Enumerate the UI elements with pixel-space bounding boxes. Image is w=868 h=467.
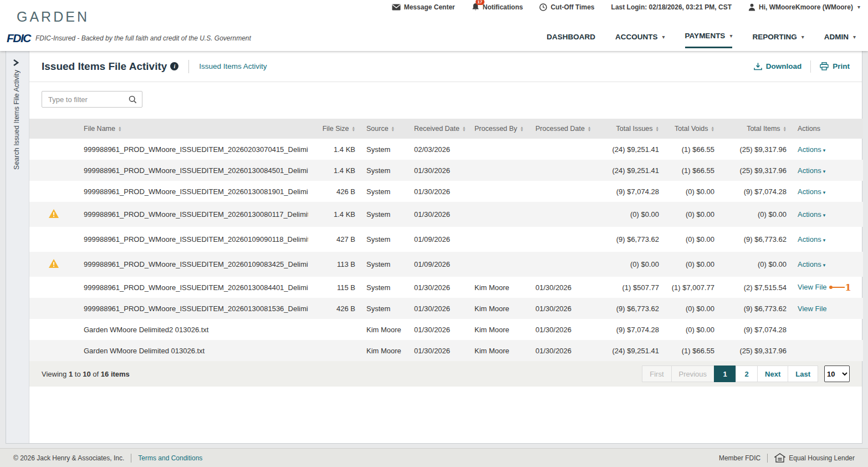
table-row: 999988961_PROD_WMoore_ISSUEDITEM_2026013… [29, 181, 863, 202]
sort-icon[interactable]: ▲▼ [711, 126, 714, 132]
nav-accounts[interactable]: ACCOUNTS ▾ [615, 32, 665, 48]
main-panel: Issued Items File Activity i Issued Item… [29, 51, 862, 443]
expand-panel-chevron-icon[interactable] [12, 59, 19, 67]
row-actions-menu[interactable]: Actions▾ [798, 260, 825, 268]
sort-icon[interactable]: ▲▼ [352, 126, 355, 132]
notifications-link[interactable]: 17 Notifications [472, 3, 523, 11]
divider [188, 60, 189, 73]
column-header-total-voids[interactable]: Total Voids▲▼ [665, 119, 720, 139]
sort-icon[interactable]: ▲▼ [588, 126, 591, 132]
warning-cell [29, 252, 78, 277]
total-issues-cell: (24) $9,251.41 [595, 340, 665, 361]
clock-icon [539, 3, 547, 11]
processed-by-cell: Kim Moore [469, 319, 530, 340]
last-page-button[interactable]: Last [788, 366, 818, 382]
column-header-received-date[interactable]: Received Date▲▼ [409, 119, 469, 139]
sort-icon[interactable]: ▲▼ [783, 126, 787, 132]
processed-by-cell: Kim Moore [469, 277, 530, 298]
page-size-select[interactable]: 10 [824, 366, 850, 382]
processed-by-cell [469, 160, 530, 181]
first-page-button[interactable]: First [642, 366, 671, 382]
column-header-processed-date[interactable]: Processed Date▲▼ [530, 119, 595, 139]
sort-icon[interactable]: ▲▼ [118, 126, 121, 132]
viewing-summary: Viewing 1 to 10 of 16 items [42, 370, 130, 378]
received-date-cell: 01/30/2026 [409, 319, 469, 340]
row-actions-menu[interactable]: Actions▾ [798, 187, 825, 196]
file-size-cell [308, 340, 361, 361]
view-file-link[interactable]: View File [798, 304, 827, 313]
warning-cell [29, 227, 78, 252]
actions-cell [792, 319, 863, 340]
sort-icon[interactable]: ▲▼ [462, 126, 466, 132]
terms-link[interactable]: Terms and Conditions [138, 454, 202, 462]
processed-date-cell [530, 252, 595, 277]
download-button[interactable]: Download [754, 62, 802, 70]
column-header-processed-by[interactable]: Processed By▲▼ [469, 119, 530, 139]
print-button[interactable]: Print [820, 62, 850, 70]
collapsed-panel-label[interactable]: Search Issued Items File Activity [13, 70, 21, 170]
filter-input[interactable] [47, 95, 129, 104]
sort-icon[interactable]: ▲▼ [520, 126, 523, 132]
file-name-cell: 999988961_PROD_WMoore_ISSUEDITEM_2026013… [78, 202, 308, 227]
cutoff-times-link[interactable]: Cut-Off Times [539, 3, 594, 11]
next-page-button[interactable]: Next [757, 366, 788, 382]
filter-row [29, 82, 862, 119]
total-voids-cell: (0) $0.00 [665, 202, 720, 227]
column-header-source[interactable]: Source▲▼ [361, 119, 409, 139]
warning-icon [48, 209, 59, 219]
source-cell: System [361, 252, 409, 277]
column-header-file-size[interactable]: File Size▲▼ [308, 119, 361, 139]
actions-cell [792, 340, 863, 361]
row-actions-menu[interactable]: Actions▾ [798, 210, 825, 219]
info-icon[interactable]: i [170, 62, 178, 70]
actions-cell: View File [792, 298, 863, 319]
total-voids-cell: (0) $0.00 [665, 227, 720, 252]
file-size-cell: 115 B [308, 277, 361, 298]
page-1-button[interactable]: 1 [714, 366, 736, 382]
fdic-banner: FDIC FDIC-Insured - Backed by the full f… [7, 32, 251, 45]
nav-admin[interactable]: ADMIN ▾ [824, 32, 856, 48]
search-icon[interactable] [129, 95, 137, 104]
previous-page-button[interactable]: Previous [671, 366, 715, 382]
page-2-button[interactable]: 2 [736, 366, 758, 382]
source-cell: System [361, 160, 409, 181]
file-size-cell: 426 B [308, 181, 361, 202]
file-size-cell: 1.4 KB [308, 139, 361, 160]
issued-items-activity-link[interactable]: Issued Items Activity [199, 62, 267, 70]
nav-payments[interactable]: PAYMENTS ▾ [685, 32, 733, 48]
total-voids-cell: (0) $0.00 [665, 252, 720, 277]
column-header-total-items[interactable]: Total Items▲▼ [720, 119, 792, 139]
user-menu[interactable]: Hi, WMooreKmoore (WMoore) ▾ [748, 3, 860, 11]
file-name-cell: 999988961_PROD_WMoore_ISSUEDITEM_2026010… [78, 252, 308, 277]
received-date-cell: 02/03/2026 [409, 139, 469, 160]
column-header-total-issues[interactable]: Total Issues▲▼ [595, 119, 665, 139]
row-actions-menu[interactable]: Actions▾ [798, 235, 825, 243]
processed-by-cell [469, 252, 530, 277]
envelope-icon [392, 4, 401, 11]
file-name-cell: 999988961_PROD_WMoore_ISSUEDITEM_2026013… [78, 181, 308, 202]
sort-icon[interactable]: ▲▼ [656, 126, 659, 132]
chevron-down-icon: ▾ [823, 237, 826, 243]
processed-date-cell: 01/30/2026 [530, 298, 595, 319]
chevron-down-icon: ▾ [662, 34, 665, 40]
nav-dashboard[interactable]: DASHBOARD [547, 32, 595, 48]
received-date-cell: 01/09/2026 [409, 227, 469, 252]
total-issues-cell: (24) $9,251.41 [595, 139, 665, 160]
warning-cell [29, 202, 78, 227]
sort-icon[interactable]: ▲▼ [391, 126, 395, 132]
main-nav: DASHBOARD ACCOUNTS ▾ PAYMENTS ▾ REPORTIN… [547, 32, 856, 48]
annotation-number: 1 [845, 282, 851, 293]
warning-cell [29, 277, 78, 298]
warning-cell [29, 319, 78, 340]
equal-housing-icon [774, 453, 785, 463]
nav-reporting[interactable]: REPORTING ▾ [752, 32, 804, 48]
row-actions-menu[interactable]: Actions▾ [798, 145, 825, 154]
file-size-cell: 427 B [308, 227, 361, 252]
column-header-file-name[interactable]: File Name▲▼ [78, 119, 308, 139]
view-file-link[interactable]: View File [798, 282, 827, 291]
processed-date-cell [530, 181, 595, 202]
received-date-cell: 01/30/2026 [409, 202, 469, 227]
row-actions-menu[interactable]: Actions▾ [798, 166, 825, 175]
processed-by-cell [469, 227, 530, 252]
message-center-link[interactable]: Message Center [392, 3, 455, 11]
